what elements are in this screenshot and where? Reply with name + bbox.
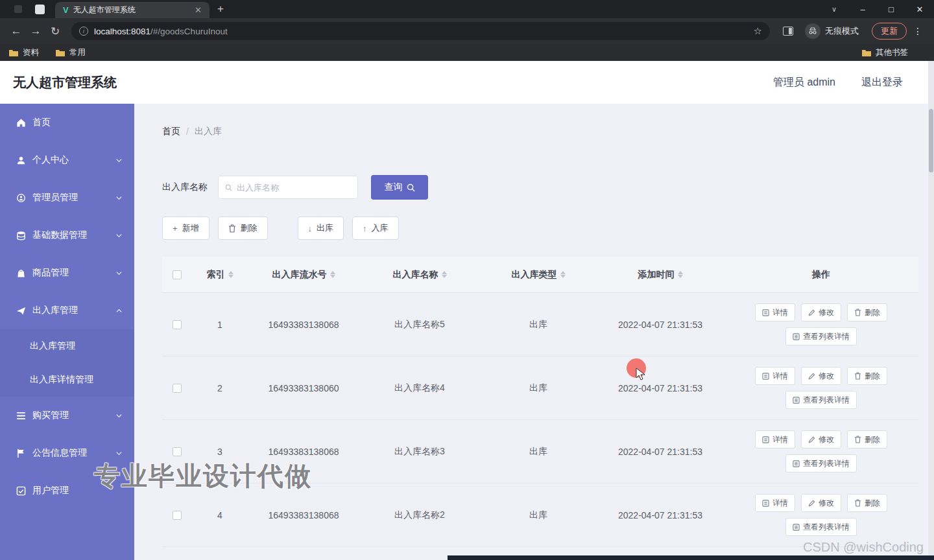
document-icon — [762, 373, 769, 380]
remove-button[interactable]: 删除 — [847, 303, 887, 321]
table-header-row: 索引 出入库流水号 出入库名称 出入库类型 添加时间 操作 — [162, 257, 918, 293]
edit-button[interactable]: 修改 — [801, 494, 841, 512]
detail-button[interactable]: 详情 — [755, 430, 795, 449]
row-checkbox[interactable] — [173, 447, 182, 456]
sidebar-item-inout-management[interactable]: 出入库管理 — [0, 292, 134, 329]
view-list-detail-button[interactable]: 查看列表详情 — [785, 454, 857, 472]
edit-button[interactable]: 修改 — [801, 303, 841, 321]
sidebar-item-personal-center[interactable]: 个人中心 — [0, 141, 134, 179]
folder-icon — [56, 49, 65, 56]
address-input[interactable]: i localhost:8081 /#/goodsChuruInout ☆ — [71, 22, 770, 40]
search-icon — [225, 183, 232, 192]
other-bookmarks[interactable]: 其他书签 — [862, 47, 908, 58]
new-tab-button[interactable]: + — [217, 3, 224, 16]
chevron-down-icon — [115, 232, 123, 239]
purchase-icon — [16, 412, 26, 420]
sidebar-subitem-inout-management[interactable]: 出入库管理 — [0, 329, 134, 363]
table-toolbar: + 新增 删除 ↓ 出库 ↑ 入库 — [162, 216, 918, 240]
pencil-icon — [808, 500, 815, 507]
sidebar-item-home[interactable]: 首页 — [0, 104, 134, 141]
scrollbar-thumb[interactable] — [929, 109, 933, 172]
bookmark-star-icon[interactable]: ☆ — [754, 25, 762, 37]
minimize-button[interactable]: – — [848, 0, 877, 18]
page-scrollbar — [928, 61, 934, 560]
sort-icon[interactable] — [330, 271, 335, 278]
row-checkbox[interactable] — [173, 511, 182, 520]
user-menu[interactable]: 管理员 admin — [773, 76, 835, 89]
incognito-profile[interactable]: 无痕模式 — [805, 23, 859, 39]
detail-button[interactable]: 详情 — [755, 494, 795, 512]
sort-icon[interactable] — [678, 271, 683, 278]
sidebar-item-user-management[interactable]: 用户管理 — [0, 472, 134, 509]
browser-menu-icon[interactable]: ⋮ — [913, 26, 922, 36]
update-button[interactable]: 更新 — [872, 23, 907, 40]
bookmark-folder-ziliao[interactable]: 资料 — [9, 47, 39, 58]
col-header-type[interactable]: 出入库类型 — [480, 269, 597, 281]
admin-icon — [16, 193, 26, 203]
inbound-button[interactable]: ↑ 入库 — [352, 216, 399, 240]
edit-button[interactable]: 修改 — [801, 367, 841, 385]
remove-button[interactable]: 删除 — [847, 367, 887, 385]
breadcrumb-home[interactable]: 首页 — [162, 126, 180, 137]
user-icon — [16, 156, 26, 165]
site-info-icon[interactable]: i — [79, 27, 88, 36]
browser-tab[interactable]: V 无人超市管理系统 ✕ — [55, 2, 210, 18]
list-icon — [793, 524, 800, 531]
sidebar-item-notice-management[interactable]: 公告信息管理 — [0, 434, 134, 472]
sort-icon[interactable] — [560, 271, 566, 278]
maximize-button[interactable]: □ — [877, 0, 905, 18]
query-button[interactable]: 查询 — [371, 175, 428, 200]
remove-button[interactable]: 删除 — [847, 494, 887, 512]
detail-button[interactable]: 详情 — [755, 303, 795, 321]
delete-button[interactable]: 删除 — [218, 216, 268, 240]
view-list-detail-button[interactable]: 查看列表详情 — [785, 518, 857, 536]
sidebar-item-admin-management[interactable]: 管理员管理 — [0, 179, 134, 216]
select-all-checkbox[interactable] — [173, 270, 182, 279]
url-path: /#/goodsChuruInout — [150, 27, 228, 36]
outbound-button[interactable]: ↓ 出库 — [298, 216, 344, 240]
users-icon — [16, 486, 26, 496]
view-list-detail-button[interactable]: 查看列表详情 — [785, 391, 857, 409]
inout-icon — [16, 306, 26, 316]
remove-button[interactable]: 删除 — [847, 430, 887, 449]
pencil-icon — [808, 436, 815, 443]
breadcrumb-separator: / — [186, 126, 189, 137]
profile-icon[interactable] — [35, 5, 45, 14]
bookmark-folder-changyong[interactable]: 常用 — [56, 47, 86, 58]
sidebar-subitem-inout-detail-management[interactable]: 出入库详情管理 — [0, 363, 134, 397]
tab-close-icon[interactable]: ✕ — [192, 5, 204, 15]
sort-icon[interactable] — [442, 271, 447, 278]
row-checkbox[interactable] — [173, 320, 182, 329]
reload-icon[interactable]: ↻ — [45, 25, 65, 38]
forward-icon[interactable]: → — [26, 25, 45, 38]
chevron-down-icon — [115, 157, 123, 164]
sidebar-item-base-data-management[interactable]: 基础数据管理 — [0, 216, 134, 254]
sidebar-item-purchase-management[interactable]: 购买管理 — [0, 397, 134, 434]
document-icon — [762, 500, 769, 507]
sort-icon[interactable] — [228, 271, 234, 278]
logout-link[interactable]: 退出登录 — [861, 76, 903, 89]
trash-icon — [854, 309, 861, 316]
col-header-index[interactable]: 索引 — [192, 269, 248, 281]
chevron-down-icon — [115, 194, 123, 202]
goods-icon — [16, 268, 26, 278]
view-list-detail-button[interactable]: 查看列表详情 — [785, 327, 857, 345]
add-button[interactable]: + 新增 — [162, 216, 210, 240]
incognito-icon — [805, 23, 820, 39]
header-right: 管理员 admin 退出登录 — [773, 76, 903, 89]
search-input[interactable] — [237, 183, 351, 192]
row-checkbox[interactable] — [173, 384, 182, 393]
col-header-serial[interactable]: 出入库流水号 — [248, 269, 359, 281]
sidebar-item-goods-management[interactable]: 商品管理 — [0, 254, 134, 292]
browser-tab-bar: V 无人超市管理系统 ✕ + ∨ – □ ✕ — [0, 0, 934, 18]
col-header-time[interactable]: 添加时间 — [597, 269, 724, 281]
detail-button[interactable]: 详情 — [755, 367, 795, 385]
close-window-button[interactable]: ✕ — [905, 0, 934, 18]
back-icon[interactable]: ← — [6, 25, 26, 38]
main-content: 首页 / 出入库 出入库名称 查询 + 新增 — [134, 104, 934, 560]
chevron-down-icon — [115, 450, 123, 457]
col-header-name[interactable]: 出入库名称 — [359, 269, 480, 281]
tab-search-chevron-icon[interactable]: ∨ — [820, 0, 848, 18]
edit-button[interactable]: 修改 — [801, 430, 841, 449]
split-screen-icon[interactable] — [783, 27, 793, 36]
